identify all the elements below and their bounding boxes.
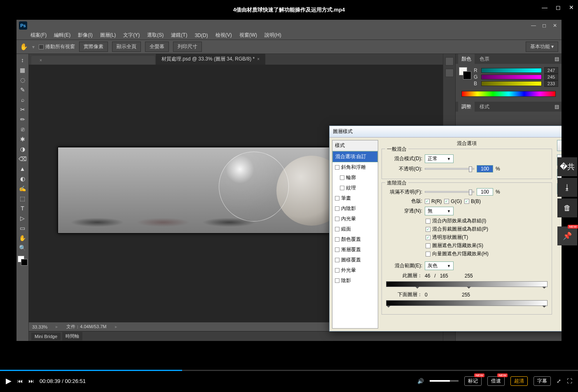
- knockout-select[interactable]: 無▼: [425, 207, 454, 215]
- document-tab-2[interactable]: 材質處理.psd @ 33.3% (圖層 34, RGB/8) *×: [156, 54, 265, 65]
- trash-icon[interactable]: 🗑: [557, 198, 577, 217]
- spectrum-bar[interactable]: [461, 91, 556, 97]
- style-list-item[interactable]: 內光暈: [332, 214, 378, 224]
- menu-item[interactable]: 說明(H): [264, 32, 281, 39]
- tool-icon[interactable]: ✂: [18, 105, 28, 114]
- g-slider[interactable]: [481, 75, 542, 79]
- mark-button[interactable]: 标记NEW: [464, 376, 482, 386]
- tool-icon[interactable]: ↕: [18, 56, 28, 65]
- maximize-icon[interactable]: ◻: [556, 4, 561, 11]
- tab-close-icon[interactable]: ×: [257, 57, 260, 61]
- menu-item[interactable]: 編輯(E): [54, 32, 70, 39]
- print-size-button[interactable]: 列印尺寸: [173, 42, 202, 52]
- speed-button[interactable]: 倍速NEW: [487, 376, 505, 386]
- wide-icon[interactable]: ⤢: [557, 378, 561, 384]
- style-list-item[interactable]: 漸層覆蓋: [332, 245, 378, 255]
- menu-item[interactable]: 檔案(F): [30, 32, 47, 39]
- workspace-button[interactable]: 基本功能 ▾: [526, 42, 558, 52]
- color-tab[interactable]: 顏色: [458, 54, 475, 64]
- menu-item[interactable]: 檢視(V): [215, 32, 232, 39]
- channel-r-checkbox[interactable]: [425, 199, 430, 204]
- menu-item[interactable]: 文字(Y): [123, 32, 140, 39]
- style-list-item[interactable]: 筆畫: [332, 193, 378, 203]
- option-checkbox[interactable]: [426, 243, 431, 248]
- panel-menu-icon[interactable]: ▤: [552, 56, 562, 62]
- next-icon[interactable]: ⏭: [28, 378, 34, 384]
- tool-icon[interactable]: ◑: [18, 145, 28, 154]
- r-value[interactable]: 247: [544, 67, 558, 74]
- play-icon[interactable]: ▶: [6, 376, 12, 385]
- fg-bg-swatch[interactable]: [18, 256, 28, 266]
- tab-close-icon[interactable]: ×: [40, 58, 42, 63]
- tool-icon[interactable]: ✏: [18, 115, 28, 124]
- video-progress[interactable]: [0, 370, 578, 371]
- quality-button[interactable]: 超清: [510, 376, 528, 386]
- tool-icon[interactable]: ⎚: [18, 125, 28, 134]
- download-icon[interactable]: ⭳: [557, 178, 577, 197]
- subtitle-button[interactable]: 字幕: [534, 376, 551, 386]
- option-checkbox[interactable]: [426, 219, 431, 224]
- tool-icon[interactable]: ▷: [18, 214, 28, 223]
- panel-icon[interactable]: [445, 57, 454, 65]
- ps-min-icon[interactable]: —: [529, 23, 538, 28]
- tool-icon[interactable]: ▦: [18, 65, 28, 75]
- menu-item[interactable]: 視窗(W): [239, 32, 257, 39]
- share-icon[interactable]: �共: [557, 157, 577, 176]
- option-checkbox[interactable]: [426, 235, 431, 240]
- ps-max-icon[interactable]: ◻: [540, 23, 548, 28]
- option-checkbox[interactable]: [426, 227, 431, 232]
- tool-icon[interactable]: ◌: [18, 75, 28, 84]
- dialog-titlebar[interactable]: 圖層樣式: [330, 126, 562, 138]
- menu-item[interactable]: 濾鏡(T): [171, 32, 187, 39]
- panel-icon[interactable]: [445, 69, 454, 77]
- tool-icon[interactable]: T: [18, 204, 28, 213]
- adjustments-tab[interactable]: 調整: [458, 102, 475, 112]
- blend-if-select[interactable]: 灰色▼: [425, 261, 454, 270]
- ps-close-icon[interactable]: ✕: [551, 23, 559, 28]
- tool-icon[interactable]: ⌫: [18, 154, 28, 163]
- style-list-item[interactable]: 外光暈: [332, 265, 378, 275]
- timeline-tab[interactable]: 時間軸: [62, 332, 82, 341]
- tool-icon[interactable]: ✋: [18, 233, 28, 243]
- tool-icon[interactable]: ✍: [18, 184, 28, 193]
- fit-screen-button[interactable]: 顯示全頁: [112, 42, 141, 52]
- prev-icon[interactable]: ⏮: [17, 378, 23, 384]
- tool-icon[interactable]: ⌕: [18, 95, 28, 104]
- style-list-item[interactable]: 輪廓: [332, 173, 378, 183]
- zoom-level[interactable]: 33.33%: [32, 324, 47, 329]
- b-value[interactable]: 233: [544, 80, 558, 87]
- menu-item[interactable]: 影像(I): [78, 32, 92, 39]
- opacity-slider[interactable]: [425, 168, 474, 170]
- scroll-all-checkbox[interactable]: 捲動所有視窗: [39, 43, 75, 50]
- panel-menu-icon[interactable]: ▤: [552, 104, 562, 110]
- blend-mode-select[interactable]: 正常▼: [425, 154, 454, 163]
- fullscreen-icon[interactable]: ⛶: [567, 378, 572, 384]
- hand-tool-icon[interactable]: ✋: [20, 43, 28, 51]
- g-value[interactable]: 245: [544, 74, 558, 80]
- menu-item[interactable]: 3D(D): [195, 33, 208, 38]
- tool-icon[interactable]: ✱: [18, 135, 28, 144]
- fill-value[interactable]: 100: [477, 188, 493, 196]
- tool-icon[interactable]: 🔍: [18, 243, 28, 252]
- menu-item[interactable]: 圖層(L): [100, 32, 116, 39]
- minimize-icon[interactable]: —: [542, 4, 548, 11]
- actual-pixels-button[interactable]: 實際像素: [79, 42, 108, 52]
- option-checkbox[interactable]: [426, 252, 431, 257]
- pin-icon[interactable]: 📌NEW: [557, 226, 577, 245]
- styles-tab[interactable]: 樣式: [476, 102, 493, 112]
- mini-bridge-tab[interactable]: Mini Bridge: [31, 333, 61, 340]
- full-screen-button[interactable]: 全螢幕: [145, 42, 169, 52]
- tool-icon[interactable]: ◐: [18, 174, 28, 183]
- style-list-item[interactable]: 斜角和浮雕: [332, 162, 378, 173]
- volume-icon[interactable]: 🔊: [417, 378, 424, 384]
- menu-item[interactable]: 選取(S): [147, 32, 164, 39]
- style-list-item[interactable]: 圖樣覆蓋: [332, 255, 378, 265]
- style-list-item[interactable]: 內陰影: [332, 203, 378, 214]
- under-layer-gradient[interactable]: [386, 300, 548, 306]
- document-tab-1[interactable]: ×: [31, 56, 155, 65]
- style-list-item[interactable]: 陰影: [332, 275, 378, 286]
- fill-slider[interactable]: [425, 191, 474, 193]
- dialog-button[interactable]: 確: [557, 140, 562, 151]
- tool-icon[interactable]: ▲: [18, 164, 28, 173]
- swatches-tab[interactable]: 色票: [476, 54, 493, 64]
